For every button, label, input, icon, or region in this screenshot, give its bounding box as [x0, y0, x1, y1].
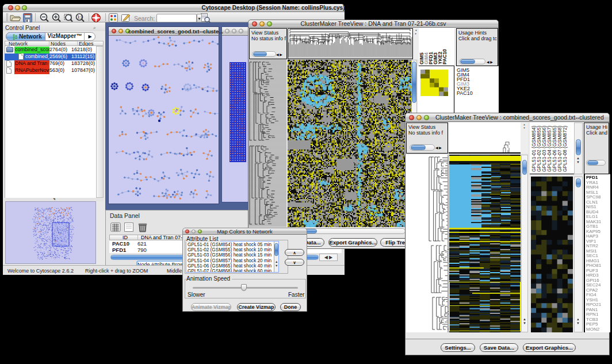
svg-text:1:1: 1:1 [77, 15, 83, 19]
svg-text:PAC10: PAC10 [442, 49, 447, 64]
svg-text:GPL51-08 (GSM872): GPL51-08 (GSM872) [562, 126, 568, 172]
